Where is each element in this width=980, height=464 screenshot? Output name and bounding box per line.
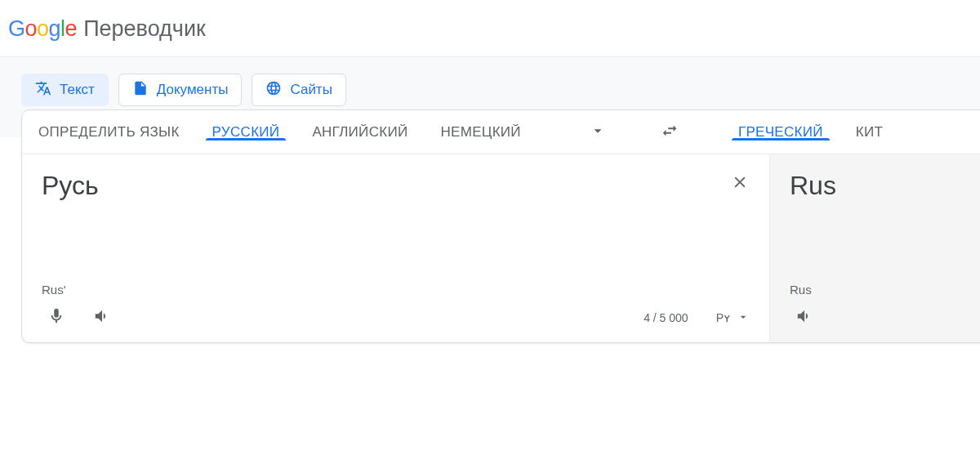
source-transliteration: Rus' (42, 283, 750, 297)
mode-bar: Текст Документы Сайты (21, 74, 960, 106)
source-lang-english-tab[interactable]: АНГЛИЙСКИЙ (296, 124, 424, 141)
mode-documents-button[interactable]: Документы (118, 74, 243, 106)
mode-sites-button[interactable]: Сайты (252, 74, 345, 106)
target-lang-chinese-tab[interactable]: КИТ (840, 124, 899, 141)
dropdown-small-icon (737, 310, 750, 326)
globe-icon (265, 80, 282, 100)
listen-target-button[interactable] (790, 303, 819, 332)
mode-text-label: Текст (60, 82, 95, 98)
translation-panes: Русь Rus' (22, 154, 980, 342)
mode-text-button[interactable]: Текст (21, 74, 109, 106)
mode-documents-label: Документы (157, 82, 229, 98)
language-row: ОПРЕДЕЛИТЬ ЯЗЫК РУССКИЙ АНГЛИЙСКИЙ НЕМЕЦ… (22, 110, 980, 154)
source-text-input[interactable]: Русь (42, 171, 750, 201)
input-method-picker[interactable]: Рʏ (716, 310, 750, 326)
listen-source-button[interactable] (87, 303, 117, 332)
chevron-down-icon (589, 122, 607, 143)
mode-sites-label: Сайты (290, 82, 332, 98)
translate-icon (35, 80, 51, 100)
translator-card: ОПРЕДЕЛИТЬ ЯЗЫК РУССКИЙ АНГЛИЙСКИЙ НЕМЕЦ… (21, 109, 980, 343)
source-footer: 4 / 5 000 Рʏ (42, 303, 750, 332)
source-lang-german-tab[interactable]: НЕМЕЦКИЙ (424, 124, 537, 141)
speaker-icon (93, 307, 111, 328)
microphone-button[interactable] (42, 303, 71, 332)
source-pane: Русь Rus' (22, 154, 770, 342)
source-lang-detect-tab[interactable]: ОПРЕДЕЛИТЬ ЯЗЫК (22, 124, 196, 141)
source-lang-russian-tab[interactable]: РУССКИЙ (196, 124, 296, 141)
target-language-tabs: ГРЕЧЕСКИЙ КИТ (722, 124, 899, 141)
target-footer (790, 303, 980, 332)
source-lang-more-button[interactable] (578, 110, 617, 154)
swap-languages-button[interactable] (650, 110, 689, 154)
target-pane: Rus Rus (770, 154, 980, 342)
target-transliteration: Rus (790, 283, 980, 297)
app-title: Переводчик (83, 16, 206, 42)
document-icon (132, 80, 149, 100)
char-counter: 4 / 5 000 (644, 311, 688, 324)
clear-source-button[interactable] (725, 169, 755, 199)
target-lang-greek-tab[interactable]: ГРЕЧЕСКИЙ (722, 124, 840, 141)
speaker-icon (795, 307, 813, 328)
microphone-icon (47, 307, 65, 328)
google-logo: Google (8, 16, 77, 42)
input-method-label: Рʏ (716, 311, 732, 324)
close-icon (731, 173, 749, 194)
app-header: Google Переводчик (0, 0, 980, 56)
source-language-tabs: ОПРЕДЕЛИТЬ ЯЗЫК РУССКИЙ АНГЛИЙСКИЙ НЕМЕЦ… (22, 124, 537, 141)
swap-icon (661, 122, 679, 143)
target-text-output: Rus (790, 171, 980, 201)
